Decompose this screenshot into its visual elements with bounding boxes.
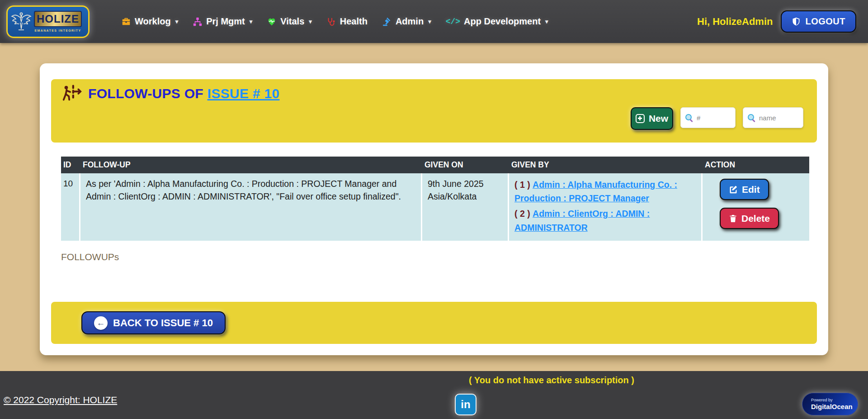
caret-down-icon xyxy=(309,18,312,25)
caret-down-icon xyxy=(545,18,548,25)
heart-pulse-icon xyxy=(267,17,277,27)
given-by-entry: ( 2 ) Admin : ClientOrg : ADMIN : ADMINI… xyxy=(514,207,696,234)
edit-label: Edit xyxy=(742,184,760,195)
copyright-link[interactable]: © 2022 Copyright: HOLIZE xyxy=(4,395,117,405)
cell-followup: As per 'Admin : Alpha Manufacturing Co. … xyxy=(79,173,421,241)
page: HOLIZE EMANATES INTEGRITY Worklog Prj Mg… xyxy=(0,0,868,419)
new-button[interactable]: New xyxy=(631,107,673,130)
logo-title: HOLIZE xyxy=(37,13,79,25)
content-card: FOLLOW-UPS OF ISSUE # 10 New xyxy=(40,63,828,355)
logo-plate: HOLIZE xyxy=(34,11,82,27)
col-header-id: ID xyxy=(61,160,79,170)
search-icon xyxy=(748,114,755,121)
logout-label: LOGOUT xyxy=(805,16,845,27)
project-diagram-icon xyxy=(193,17,203,27)
user-greeting: Hi, HolizeAdmin xyxy=(697,16,773,28)
col-header-given-by: GIVEN BY xyxy=(508,160,701,170)
stethoscope-icon xyxy=(326,17,336,27)
logo-text-block: HOLIZE EMANATES INTEGRITY xyxy=(34,11,82,32)
menu-label: App Development xyxy=(464,16,541,27)
issue-link[interactable]: ISSUE # 10 xyxy=(208,86,280,101)
linkedin-icon[interactable]: in xyxy=(455,394,476,415)
page-title: FOLLOW-UPS OF ISSUE # 10 xyxy=(88,86,279,101)
menu-item-worklog[interactable]: Worklog xyxy=(121,16,178,27)
delete-button[interactable]: Delete xyxy=(720,208,779,229)
digitalocean-label: DigitalOcean xyxy=(811,403,853,410)
logout-button[interactable]: LOGOUT xyxy=(781,10,856,33)
menu-label: Vitals xyxy=(280,16,304,27)
cell-given-on: 9th June 2025 Asia/Kolkata xyxy=(421,173,508,241)
navbar-right: Hi, HolizeAdmin LOGOUT xyxy=(697,10,856,33)
gavel-icon xyxy=(382,17,392,27)
given-on-date: 9th June 2025 xyxy=(428,178,502,190)
followups-table: ID FOLLOW-UP GIVEN ON GIVEN BY ACTION 10… xyxy=(61,157,809,241)
person-walking-arrow-right-icon xyxy=(61,85,82,103)
back-to-issue-button[interactable]: BACK TO ISSUE # 10 xyxy=(81,311,226,334)
col-header-given-on: GIVEN ON xyxy=(421,160,508,170)
navbar: HOLIZE EMANATES INTEGRITY Worklog Prj Mg… xyxy=(0,0,868,43)
trash-icon xyxy=(729,214,737,223)
back-button-label: BACK TO ISSUE # 10 xyxy=(113,317,213,329)
page-title-prefix: FOLLOW-UPS OF xyxy=(88,86,208,101)
caret-down-icon xyxy=(428,18,431,25)
menu-item-vitals[interactable]: Vitals xyxy=(267,16,312,27)
digitalocean-text: Powered by DigitalOcean xyxy=(811,398,853,410)
circle-arrow-left-icon xyxy=(94,316,108,330)
menu-item-admin[interactable]: Admin xyxy=(382,16,431,27)
col-header-followup: FOLLOW-UP xyxy=(79,160,421,170)
powered-by-label: Powered by xyxy=(811,398,853,402)
page-footer: ( You do not have active subscription ) … xyxy=(0,371,868,419)
menu-label: Worklog xyxy=(135,16,171,27)
search-id-box xyxy=(680,107,736,128)
table-row: 10 As per 'Admin : Alpha Manufacturing C… xyxy=(61,173,809,241)
shield-icon xyxy=(792,17,801,27)
given-by-index: ( 1 ) xyxy=(514,180,530,190)
footer-panel: BACK TO ISSUE # 10 xyxy=(51,302,817,344)
cell-given-by: ( 1 ) Admin : Alpha Manufacturing Co. : … xyxy=(508,173,701,241)
menu-item-app-development[interactable]: App Development xyxy=(446,16,548,27)
title-row: FOLLOW-UPS OF ISSUE # 10 xyxy=(61,85,279,103)
caret-down-icon xyxy=(175,18,179,25)
given-by-link[interactable]: Admin : Alpha Manufacturing Co. : Produc… xyxy=(514,180,677,203)
given-by-link[interactable]: Admin : ClientOrg : ADMIN : ADMINISTRATO… xyxy=(514,209,650,232)
cell-id: 10 xyxy=(61,173,79,241)
logo-tagline: EMANATES INTEGRITY xyxy=(34,29,81,32)
given-by-entry: ( 1 ) Admin : Alpha Manufacturing Co. : … xyxy=(514,178,696,205)
edit-button[interactable]: Edit xyxy=(720,179,769,200)
briefcase-icon xyxy=(121,17,131,27)
new-button-label: New xyxy=(649,113,668,124)
header-controls: New xyxy=(631,107,803,130)
header-panel: FOLLOW-UPS OF ISSUE # 10 New xyxy=(51,79,817,143)
menu-item-health[interactable]: Health xyxy=(326,16,368,27)
table-header: ID FOLLOW-UP GIVEN ON GIVEN BY ACTION xyxy=(61,157,809,173)
col-header-action: ACTION xyxy=(701,160,809,170)
main-menu: Worklog Prj Mgmt Vitals Health Admin xyxy=(121,16,548,27)
delete-label: Delete xyxy=(741,213,770,224)
digitalocean-badge[interactable]: Powered by DigitalOcean xyxy=(802,393,858,415)
cell-action: Edit Delete xyxy=(701,173,809,241)
menu-item-prj-mgmt[interactable]: Prj Mgmt xyxy=(193,16,252,27)
menu-label: Admin xyxy=(396,16,424,27)
search-id-input[interactable] xyxy=(697,114,731,122)
eagle-icon xyxy=(10,10,32,33)
plus-square-icon xyxy=(636,114,645,123)
search-name-input[interactable] xyxy=(759,114,798,122)
caret-down-icon xyxy=(250,18,253,25)
given-on-timezone: Asia/Kolkata xyxy=(428,190,502,203)
pen-square-icon xyxy=(729,185,738,194)
search-name-box xyxy=(743,107,803,128)
menu-label: Prj Mgmt xyxy=(206,16,245,27)
given-by-index: ( 2 ) xyxy=(514,209,530,219)
holize-logo[interactable]: HOLIZE EMANATES INTEGRITY xyxy=(6,5,90,38)
table-caption: FOLLOWUPs xyxy=(61,252,119,262)
search-icon xyxy=(685,114,693,121)
code-icon xyxy=(446,17,460,26)
subscription-notice: ( You do not have active subscription ) xyxy=(469,375,634,386)
menu-label: Health xyxy=(340,16,368,27)
